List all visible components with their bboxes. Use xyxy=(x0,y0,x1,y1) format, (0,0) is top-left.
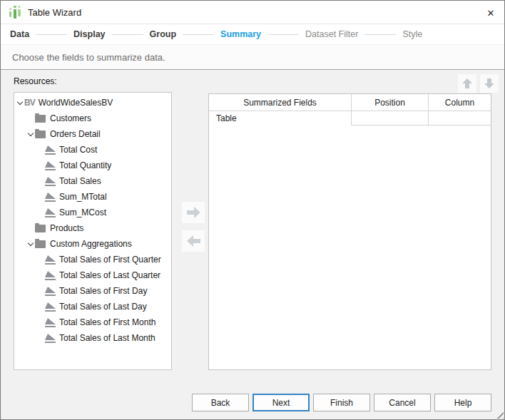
chevron-down-icon[interactable] xyxy=(26,240,35,248)
step-group[interactable]: Group xyxy=(150,29,177,39)
close-icon[interactable]: ✕ xyxy=(483,5,499,21)
column-header-summarized-fields: Summarized Fields xyxy=(209,94,351,111)
step-dataset-filter[interactable]: Dataset Filter xyxy=(305,29,358,39)
window-title: Table Wizard xyxy=(28,7,81,18)
step-connector xyxy=(112,34,143,35)
tree-item-sum-mcost[interactable]: Sum_MCost xyxy=(14,205,171,220)
tree-item-total-quantity[interactable]: Total Quantity xyxy=(14,158,171,173)
summary-field-icon xyxy=(45,287,56,296)
arrow-up-icon xyxy=(462,78,472,88)
business-view-icon: BV xyxy=(24,98,35,108)
tree-item-total-sales[interactable]: Total Sales xyxy=(14,173,171,189)
tree-item-label: Total Sales of First Month xyxy=(59,317,155,327)
folder-icon xyxy=(35,115,46,123)
step-connector xyxy=(267,34,299,35)
tree-item-total-sales-last-day[interactable]: Total Sales of Last Day xyxy=(14,299,171,314)
tree-item-total-sales-first-month[interactable]: Total Sales of First Month xyxy=(14,314,171,330)
footer-button-bar: Back Next Finish Cancel Help xyxy=(192,394,491,411)
tree-item-total-sales-last-quarter[interactable]: Total Sales of Last Quarter xyxy=(14,267,171,283)
tree-item-custom-aggregations[interactable]: Custom Aggregations xyxy=(14,236,171,252)
tree-item-label: Total Sales of First Day xyxy=(59,286,147,296)
step-connector xyxy=(183,34,214,35)
tree-item-total-sales-last-month[interactable]: Total Sales of Last Month xyxy=(14,330,171,346)
twisty-spacer xyxy=(26,114,35,123)
arrow-down-icon xyxy=(484,78,494,88)
table-row[interactable]: Table xyxy=(209,111,491,126)
tree-item-label: WorldWideSalesBV xyxy=(39,98,113,108)
table-header-row: Summarized Fields Position Column xyxy=(209,94,491,111)
step-connector xyxy=(364,34,396,35)
tree-item-products[interactable]: Products xyxy=(14,220,171,236)
summary-field-icon xyxy=(45,271,56,280)
tree-item-label: Total Sales xyxy=(59,176,101,186)
wizard-step-bar: Data Display Group Summary Dataset Filte… xyxy=(1,24,504,45)
add-field-button[interactable] xyxy=(182,202,205,223)
tree-item-label: Custom Aggregations xyxy=(50,239,132,249)
move-up-button[interactable] xyxy=(458,74,476,93)
step-description: Choose the fields to summarize data. xyxy=(12,52,165,63)
step-description-band: Choose the fields to summarize data. xyxy=(1,45,504,70)
step-data[interactable]: Data xyxy=(10,29,29,39)
chevron-down-icon[interactable] xyxy=(26,130,35,138)
tree-item-total-cost[interactable]: Total Cost xyxy=(14,142,171,158)
tree-item-total-sales-first-quarter[interactable]: Total Sales of First Quarter xyxy=(14,252,171,267)
resize-grip[interactable] xyxy=(494,409,504,419)
step-style[interactable]: Style xyxy=(402,29,422,39)
help-button[interactable]: Help xyxy=(434,394,491,411)
table-row-column-cell[interactable] xyxy=(428,111,491,126)
resources-label: Resources: xyxy=(14,76,57,86)
tree-item-label: Total Sales of Last Quarter xyxy=(59,270,160,280)
title-bar: Table Wizard ✕ xyxy=(1,1,504,24)
folder-icon xyxy=(35,130,46,138)
summary-field-icon xyxy=(45,318,56,327)
tree-item-orders-detail[interactable]: Orders Detail xyxy=(14,126,171,142)
folder-icon xyxy=(35,240,46,248)
step-display[interactable]: Display xyxy=(73,29,105,39)
tree-item-label: Total Sales of Last Month xyxy=(59,333,155,343)
tree-item-label: Customers xyxy=(50,113,91,123)
summary-field-icon xyxy=(45,161,56,170)
tree-item-label: Total Quantity xyxy=(59,160,111,170)
tree-item-label: Total Sales of Last Day xyxy=(59,302,147,312)
column-header-column: Column xyxy=(428,94,491,111)
summary-field-icon xyxy=(45,193,56,202)
tree-item-total-sales-first-day[interactable]: Total Sales of First Day xyxy=(14,283,171,299)
finish-button[interactable]: Finish xyxy=(313,394,370,411)
remove-field-button[interactable] xyxy=(182,230,205,252)
summary-field-icon xyxy=(45,334,56,343)
tree-item-customers[interactable]: Customers xyxy=(14,111,171,126)
summary-field-icon xyxy=(45,255,56,265)
next-button[interactable]: Next xyxy=(252,394,310,411)
step-connector xyxy=(36,34,67,35)
column-header-position: Position xyxy=(351,94,428,111)
tree-item-sum-mtotal[interactable]: Sum_MTotal xyxy=(14,189,171,205)
app-chart-icon xyxy=(9,6,21,19)
tree-item-label: Sum_MTotal xyxy=(59,192,107,202)
tree-item-label: Products xyxy=(50,223,83,233)
table-wizard-dialog: Table Wizard ✕ Data Display Group Summar… xyxy=(0,0,505,420)
step-summary[interactable]: Summary xyxy=(220,29,261,39)
move-down-button[interactable] xyxy=(480,74,499,93)
folder-icon xyxy=(35,225,46,232)
tree-item-label: Sum_MCost xyxy=(59,208,106,217)
summary-field-icon xyxy=(45,177,56,186)
back-button[interactable]: Back xyxy=(192,394,249,411)
tree-item-label: Total Cost xyxy=(59,145,97,155)
tree-item-label: Total Sales of First Quarter xyxy=(59,255,161,265)
tree-item-label: Orders Detail xyxy=(50,129,101,139)
cancel-button[interactable]: Cancel xyxy=(374,394,431,411)
summary-field-icon xyxy=(45,208,56,217)
summary-field-icon xyxy=(45,145,56,155)
summarized-fields-table: Summarized Fields Position Column Table xyxy=(208,93,491,370)
resources-tree: BV WorldWideSalesBV Customers Orders Det… xyxy=(14,92,172,370)
arrow-right-icon xyxy=(187,207,200,218)
table-row-position-cell[interactable] xyxy=(351,111,428,126)
chevron-down-icon[interactable] xyxy=(16,98,24,107)
twisty-spacer xyxy=(26,224,35,232)
tree-item-worldwidesalesbv[interactable]: BV WorldWideSalesBV xyxy=(14,95,171,111)
arrow-left-icon xyxy=(187,235,200,247)
summary-field-icon xyxy=(45,302,56,312)
table-row-label: Table xyxy=(209,111,351,126)
